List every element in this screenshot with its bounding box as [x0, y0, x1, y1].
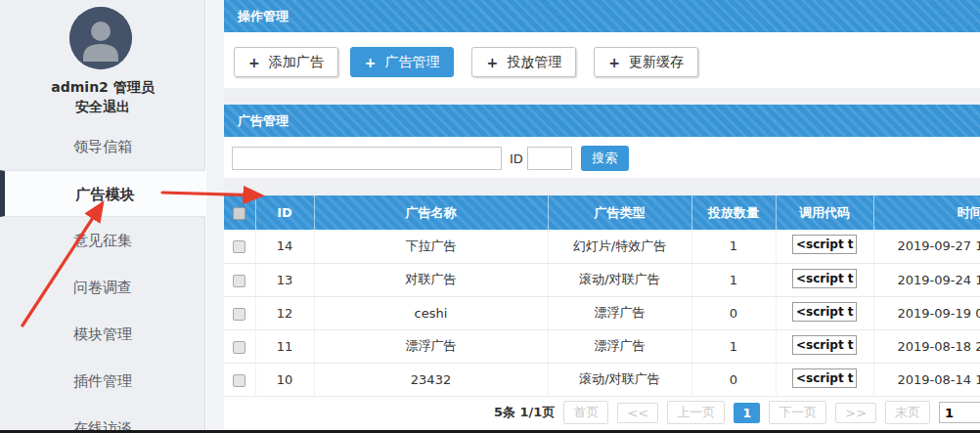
sidebar: admin2 管理员 安全退出 领导信箱广告模块意见征集问卷调查模块管理插件管理…: [0, 0, 205, 433]
id-input[interactable]: [527, 147, 572, 170]
operation-buttons-row: +添加广告+广告管理+投放管理+更新缓存: [224, 32, 980, 88]
table-row: 14下拉广告幻灯片/特效广告1<script t2019-09-27 14:: [224, 230, 980, 263]
operation-button[interactable]: +添加广告: [234, 47, 338, 77]
pagination-button[interactable]: 1: [734, 403, 760, 423]
id-label: ID: [510, 152, 523, 166]
cell-id: 12: [255, 296, 314, 329]
operation-button[interactable]: +投放管理: [471, 47, 576, 77]
select-all-checkbox[interactable]: [233, 207, 245, 220]
row-checkbox-cell: [224, 296, 255, 329]
row-checkbox[interactable]: [233, 374, 245, 387]
column-header: 调用代码: [776, 195, 873, 230]
sidebar-item[interactable]: 领导信箱: [0, 123, 205, 170]
plus-icon: +: [608, 55, 620, 70]
cell-code: <script t: [776, 230, 873, 263]
cell-name: ceshi: [314, 296, 548, 329]
operation-button[interactable]: +更新缓存: [594, 47, 698, 77]
row-checkbox[interactable]: [233, 308, 245, 321]
cell-qty: 1: [691, 263, 776, 296]
row-checkbox-cell: [224, 263, 255, 296]
table-row: 12ceshi漂浮广告0<script t2019-09-19 08:: [224, 296, 980, 329]
row-checkbox-cell: [224, 230, 255, 263]
cell-time: 2019-09-24 15:: [873, 263, 980, 296]
row-checkbox[interactable]: [233, 275, 245, 287]
sidebar-item[interactable]: 广告模块: [0, 170, 205, 217]
cell-code: <script t: [776, 363, 873, 396]
cell-name: 下拉广告: [314, 230, 548, 263]
pagination-button[interactable]: 上一页: [667, 401, 725, 424]
sidebar-item[interactable]: 模块管理: [0, 311, 205, 358]
cell-qty: 1: [691, 329, 776, 363]
ads-table: ID广告名称广告类型投放数量调用代码时间 14下拉广告幻灯片/特效广告1<scr…: [224, 195, 980, 397]
row-checkbox[interactable]: [233, 240, 245, 253]
operation-button-label: 更新缓存: [629, 54, 684, 71]
user-avatar-icon: [69, 7, 132, 69]
row-checkbox[interactable]: [233, 341, 245, 354]
column-header: 时间: [873, 195, 980, 230]
cell-id: 14: [255, 230, 314, 263]
search-row: ID 搜索: [224, 137, 980, 178]
logout-link[interactable]: 安全退出: [0, 99, 205, 116]
search-button[interactable]: 搜索: [581, 146, 629, 171]
table-row: 13对联广告滚动/对联广告1<script t2019-09-24 15:: [224, 263, 980, 296]
operation-panel-title: 操作管理: [238, 9, 289, 23]
keyword-input[interactable]: [232, 147, 502, 170]
cell-type: 幻灯片/特效广告: [548, 230, 691, 263]
sidebar-item[interactable]: 插件管理: [0, 358, 205, 405]
embed-code-box[interactable]: <script t: [792, 335, 857, 355]
cell-id: 11: [255, 329, 314, 363]
embed-code-box[interactable]: <script t: [792, 235, 857, 254]
sidebar-item[interactable]: 问卷调查: [0, 264, 205, 311]
cell-type: 滚动/对联广告: [548, 363, 691, 396]
plus-icon: +: [248, 55, 260, 70]
cell-code: <script t: [776, 263, 873, 296]
pagination-button[interactable]: <<: [617, 403, 658, 423]
ad-panel-header: 广告管理: [224, 105, 980, 137]
cell-type: 漂浮广告: [548, 296, 691, 329]
operation-button[interactable]: +广告管理: [350, 47, 455, 77]
embed-code-box[interactable]: <script t: [792, 269, 857, 288]
sidebar-menu: 领导信箱广告模块意见征集问卷调查模块管理插件管理在线访谈: [0, 123, 205, 433]
cell-qty: 0: [691, 296, 776, 329]
cell-type: 漂浮广告: [548, 329, 691, 363]
avatar: [69, 7, 132, 69]
username: admin2 管理员: [0, 79, 205, 97]
cell-id: 13: [255, 263, 314, 296]
cell-time: 2019-09-19 08:: [873, 296, 980, 329]
table-row: 11漂浮广告漂浮广告1<script t2019-08-18 22:: [224, 329, 980, 363]
table-header-row: ID广告名称广告类型投放数量调用代码时间: [224, 195, 980, 230]
table-row: 1023432滚动/对联广告0<script t2019-08-14 17:: [224, 363, 980, 396]
section-gap: [224, 88, 980, 105]
row-checkbox-cell: [224, 363, 255, 396]
sidebar-item[interactable]: 在线访谈: [0, 405, 205, 433]
pagination-button[interactable]: 下一页: [769, 401, 826, 424]
pagination-button[interactable]: 末页: [885, 401, 930, 424]
sidebar-item[interactable]: 意见征集: [0, 217, 205, 264]
cell-qty: 0: [691, 363, 776, 396]
operation-button-label: 添加广告: [269, 54, 324, 71]
cell-name: 漂浮广告: [314, 329, 548, 363]
plus-icon: +: [486, 55, 498, 70]
plus-icon: +: [365, 55, 377, 70]
page-number-input[interactable]: [939, 402, 980, 423]
sidebar-gutter: [206, 0, 224, 433]
cell-time: 2019-09-27 14:: [873, 230, 980, 263]
cell-name: 对联广告: [314, 263, 548, 296]
operation-panel-header: 操作管理: [224, 0, 980, 32]
column-header: 广告类型: [548, 195, 691, 230]
pagination-button[interactable]: 首页: [563, 401, 608, 424]
section-gap: [224, 178, 980, 195]
embed-code-box[interactable]: <script t: [792, 368, 857, 388]
app-window: admin2 管理员 安全退出 领导信箱广告模块意见征集问卷调查模块管理插件管理…: [0, 0, 980, 433]
cell-qty: 1: [691, 230, 776, 263]
cell-time: 2019-08-14 17:: [873, 363, 980, 396]
pagination-summary: 5条 1/1页: [494, 404, 555, 421]
cell-code: <script t: [776, 329, 873, 363]
pagination: 5条 1/1页 首页<<上一页1下一页>>末页: [224, 397, 980, 429]
embed-code-box[interactable]: <script t: [792, 302, 857, 322]
operation-button-label: 广告管理: [384, 54, 439, 71]
cell-id: 10: [255, 363, 314, 396]
column-header: ID: [255, 195, 314, 230]
pagination-button[interactable]: >>: [835, 403, 876, 423]
cell-type: 滚动/对联广告: [548, 263, 691, 296]
